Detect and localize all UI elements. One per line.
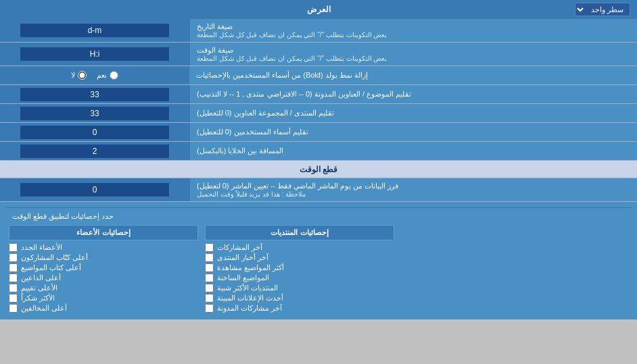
checkbox-item: أعلى كتاب المواضيع — [9, 263, 198, 272]
checkbox-item: آخر المشاركات — [205, 243, 394, 252]
cell-spacing-input-wrap — [0, 142, 189, 160]
checkbox-forums-4[interactable] — [205, 284, 214, 292]
header-row: سطر واحدسطرينثلاثة أسطر العرض — [0, 0, 637, 19]
subject-titles-input[interactable] — [20, 88, 169, 101]
subject-titles-label: تقليم الموضوع / العناوين المدونة (0 -- ا… — [189, 85, 637, 103]
stats-col-members: إحصائيات الأعضاء الأعضاء الجدد أعلى كتّا… — [5, 225, 202, 314]
time-format-input-wrap — [0, 43, 189, 66]
stats-section: حدد إحصائيات لتطبيق قطع الوقت إحصائيات ا… — [0, 202, 637, 319]
user-names-label: تقليم أسماء المستخدمين (0 للتعطيل) — [189, 123, 637, 141]
checkbox-item: أعلى المخالفين — [9, 304, 198, 313]
time-format-row: صيغة الوقت بعض التكوينات يتطلب "/" التي … — [0, 43, 637, 66]
forum-titles-input-wrap — [0, 104, 189, 122]
bold-yes-radio[interactable] — [110, 71, 118, 80]
checkbox-item: الأكثر شكراً — [9, 294, 198, 303]
cell-spacing-row: المسافة بين الخلايا (بالبكسل) — [0, 142, 637, 161]
checkbox-item: أعلى الداعين — [9, 274, 198, 282]
checkbox-members-0[interactable] — [9, 243, 18, 252]
checkbox-item: أحدث الإعلانات المبينة — [205, 294, 394, 303]
stats-grid: إحصائيات المنتديات آخر المشاركات آخر أخب… — [5, 225, 632, 314]
checkbox-forums-5[interactable] — [205, 294, 214, 303]
limit-label: حدد إحصائيات لتطبيق قطع الوقت — [12, 212, 114, 221]
bold-yes-label[interactable]: نعم — [97, 71, 118, 80]
forums-col-header: إحصائيات المنتديات — [205, 225, 394, 240]
checkbox-forums-1[interactable] — [205, 253, 214, 262]
forum-titles-input[interactable] — [20, 107, 169, 120]
time-format-label: صيغة الوقت بعض التكوينات يتطلب "/" التي … — [189, 43, 637, 66]
limit-section: حدد إحصائيات لتطبيق قطع الوقت — [5, 207, 632, 225]
stats-col-forums: إحصائيات المنتديات آخر المشاركات آخر أخب… — [202, 225, 398, 314]
checkbox-forums-6[interactable] — [205, 304, 214, 313]
checkbox-members-3[interactable] — [9, 274, 18, 282]
header-title: العرض — [307, 5, 331, 14]
checkbox-item: أكثر المواضيع مشاهدة — [205, 263, 394, 272]
realtime-section-header: قطع الوقت — [0, 161, 637, 178]
checkbox-forums-0[interactable] — [205, 243, 214, 252]
checkbox-item: الأعضاء الجدد — [9, 243, 198, 252]
bold-no-radio[interactable] — [78, 71, 87, 80]
checkbox-item: المواضيع الساخنة — [205, 274, 394, 282]
checkbox-item: آخر أخبار المنتدى — [205, 253, 394, 262]
forum-titles-row: تقليم المنتدى / المجموعة العناوين (0 للت… — [0, 104, 637, 123]
members-col-header: إحصائيات الأعضاء — [9, 225, 198, 240]
forum-titles-label: تقليم المنتدى / المجموعة العناوين (0 للت… — [189, 104, 637, 122]
realtime-filter-row: فرز البيانات من يوم الماشر الماضي فقط --… — [0, 178, 637, 202]
date-format-input-wrap — [0, 19, 189, 42]
user-names-row: تقليم أسماء المستخدمين (0 للتعطيل) — [0, 123, 637, 142]
date-format-label: صيغة التاريخ بعض التكوينات يتطلب "/" الت… — [189, 19, 637, 42]
checkbox-members-5[interactable] — [9, 294, 18, 303]
bold-no-label[interactable]: لا — [71, 71, 87, 80]
checkbox-forums-2[interactable] — [205, 263, 214, 272]
bold-remove-row: إزالة نمط بولد (Bold) من أسماء المستخدمي… — [0, 66, 637, 85]
user-names-input[interactable] — [20, 126, 169, 139]
subject-titles-input-wrap — [0, 85, 189, 103]
display-dropdown[interactable]: سطر واحدسطرينثلاثة أسطر — [575, 3, 630, 16]
realtime-filter-label: فرز البيانات من يوم الماشر الماضي فقط --… — [189, 178, 637, 201]
realtime-filter-input[interactable] — [20, 183, 169, 197]
checkbox-members-6[interactable] — [9, 304, 18, 313]
checkbox-item: الأعلى تقييم — [9, 284, 198, 292]
main-container: سطر واحدسطرينثلاثة أسطر العرض صيغة التار… — [0, 0, 637, 319]
realtime-filter-input-wrap — [0, 178, 189, 201]
checkbox-item: أعلى كتّاب المشاركون — [9, 253, 198, 262]
bold-remove-label: إزالة نمط بولد (Bold) من أسماء المستخدمي… — [189, 66, 637, 84]
checkbox-item: المنتديات الأكثر شبية — [205, 284, 394, 292]
cell-spacing-label: المسافة بين الخلايا (بالبكسل) — [189, 142, 637, 160]
user-names-input-wrap — [0, 123, 189, 141]
checkbox-members-4[interactable] — [9, 284, 18, 292]
checkbox-members-2[interactable] — [9, 263, 18, 272]
date-format-input[interactable] — [20, 24, 169, 37]
checkbox-item: آخر مشاركات المدونة — [205, 304, 394, 313]
checkbox-members-1[interactable] — [9, 253, 18, 262]
subject-titles-row: تقليم الموضوع / العناوين المدونة (0 -- ا… — [0, 85, 637, 104]
checkbox-forums-3[interactable] — [205, 274, 214, 282]
date-format-row: صيغة التاريخ بعض التكوينات يتطلب "/" الت… — [0, 19, 637, 43]
time-format-input[interactable] — [20, 47, 169, 61]
bold-remove-controls: نعم لا — [0, 66, 189, 84]
cell-spacing-input[interactable] — [20, 145, 169, 158]
stats-col-right — [398, 225, 632, 314]
